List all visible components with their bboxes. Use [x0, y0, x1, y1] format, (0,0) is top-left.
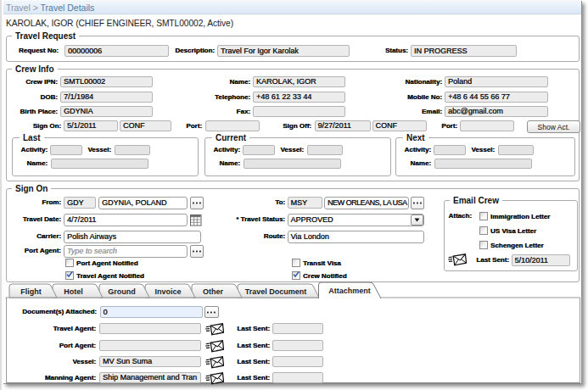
svg-text:Other: Other [203, 287, 224, 296]
svg-text:Ground: Ground [108, 287, 136, 296]
svg-text:Travel Document: Travel Document [245, 287, 307, 296]
svg-text:Flight: Flight [20, 287, 42, 296]
svg-text:Attachment: Attachment [328, 287, 371, 295]
svg-text:Invoice: Invoice [154, 287, 181, 296]
svg-text:Hotel: Hotel [64, 287, 83, 296]
